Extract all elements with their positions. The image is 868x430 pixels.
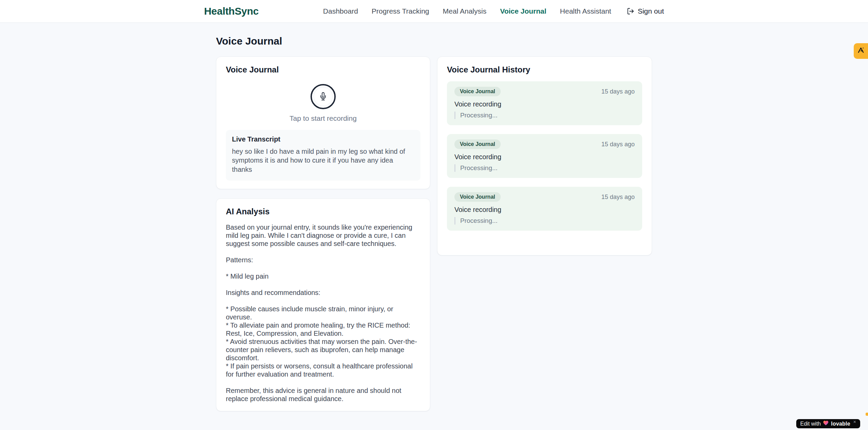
entry-processing-status: Processing... — [454, 164, 635, 172]
lovable-side-tab[interactable] — [854, 43, 868, 59]
sign-out-button[interactable]: Sign out — [627, 7, 664, 15]
nav-item-dashboard[interactable]: Dashboard — [323, 7, 358, 15]
entry-summary: Voice recording — [454, 206, 635, 214]
live-transcript-text: hey so like I do have a mild pain in my … — [232, 147, 414, 174]
voice-journal-history-card: Voice Journal History Voice Journal 15 d… — [437, 56, 652, 255]
page-title: Voice Journal — [216, 35, 652, 47]
edit-with-lovable-badge[interactable]: Edit with lovable × — [796, 419, 860, 428]
app-logo[interactable]: HealthSync — [204, 5, 258, 17]
nav-item-progress-tracking[interactable]: Progress Tracking — [372, 7, 429, 15]
nav-item-meal-analysis[interactable]: Meal Analysis — [443, 7, 486, 15]
entry-type-badge: Voice Journal — [454, 87, 501, 96]
ai-analysis-card: AI Analysis Based on your journal entry,… — [216, 198, 430, 411]
entry-type-badge: Voice Journal — [454, 139, 501, 149]
lovable-tab-icon — [857, 47, 865, 55]
edge-sliver — [866, 413, 868, 416]
microphone-icon — [319, 92, 327, 101]
entry-processing-status: Processing... — [454, 112, 635, 119]
ai-analysis-body: Based on your journal entry, it sounds l… — [226, 223, 420, 403]
history-entry[interactable]: Voice Journal 15 days ago Voice recordin… — [447, 81, 642, 125]
entry-timestamp: 15 days ago — [601, 141, 635, 148]
entry-timestamp: 15 days ago — [601, 194, 635, 201]
nav-item-health-assistant[interactable]: Health Assistant — [560, 7, 611, 15]
live-transcript-box: Live Transcript hey so like I do have a … — [226, 130, 420, 181]
log-out-icon — [627, 7, 634, 15]
entry-summary: Voice recording — [454, 153, 635, 161]
ai-analysis-title: AI Analysis — [226, 207, 420, 216]
badge-close-icon[interactable]: × — [853, 419, 856, 425]
history-card-title: Voice Journal History — [447, 65, 642, 75]
tap-to-record-hint: Tap to start recording — [226, 114, 420, 122]
nav-item-voice-journal[interactable]: Voice Journal — [500, 7, 546, 15]
live-transcript-title: Live Transcript — [232, 135, 414, 143]
history-entry[interactable]: Voice Journal 15 days ago Voice recordin… — [447, 134, 642, 178]
recorder-card-title: Voice Journal — [226, 65, 420, 75]
main-content: Voice Journal Voice Journal — [216, 23, 652, 411]
entry-timestamp: 15 days ago — [601, 88, 635, 95]
edit-badge-prefix: Edit with — [800, 421, 821, 427]
entry-summary: Voice recording — [454, 100, 635, 108]
record-button[interactable] — [311, 84, 336, 109]
entry-processing-status: Processing... — [454, 217, 635, 225]
voice-recorder-card: Voice Journal Tap to start recordin — [216, 56, 430, 189]
heart-icon — [823, 420, 829, 427]
top-header: HealthSync Dashboard Progress Tracking M… — [0, 0, 868, 23]
main-nav: Dashboard Progress Tracking Meal Analysi… — [323, 7, 664, 15]
edit-badge-brand: lovable — [831, 421, 850, 427]
sign-out-label: Sign out — [638, 7, 664, 15]
entry-type-badge: Voice Journal — [454, 192, 501, 202]
history-entry[interactable]: Voice Journal 15 days ago Voice recordin… — [447, 187, 642, 231]
